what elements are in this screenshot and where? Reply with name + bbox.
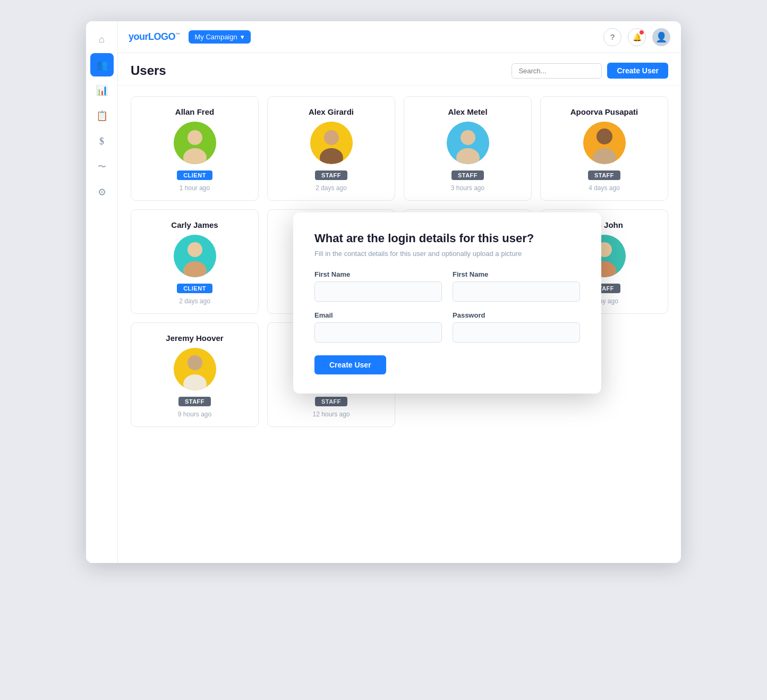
- role-badge: STAFF: [588, 170, 620, 180]
- sidebar-item-home[interactable]: ⌂: [90, 28, 114, 51]
- sidebar-item-users[interactable]: 👥: [90, 53, 114, 76]
- chevron-down-icon: ▾: [241, 33, 244, 41]
- dollar-icon: $: [99, 136, 104, 147]
- page-header: Users Create User: [118, 53, 681, 86]
- search-input[interactable]: [512, 63, 602, 79]
- sidebar-item-settings[interactable]: ⚙: [90, 181, 114, 204]
- user-card-alex-g[interactable]: Alex Girardi STAFF 2 days ago: [267, 96, 395, 201]
- role-badge: CLIENT: [177, 170, 212, 180]
- time-ago: 2 days ago: [179, 297, 210, 305]
- home-icon: ⌂: [99, 34, 105, 45]
- user-avatar: [174, 348, 216, 390]
- sidebar: ⌂ 👥 📊 📋 $ 〜 ⚙: [86, 21, 118, 563]
- time-ago: 4 days ago: [589, 184, 620, 192]
- logo: yourLOGO™: [129, 31, 180, 42]
- svg-point-10: [596, 129, 612, 144]
- role-badge: STAFF: [178, 397, 211, 406]
- email-input[interactable]: [314, 322, 442, 343]
- user-name: Apoorva Pusapati: [570, 107, 638, 116]
- sidebar-item-activity[interactable]: 〜: [90, 155, 114, 178]
- activity-icon: 〜: [98, 161, 106, 173]
- password-label: Password: [453, 311, 580, 319]
- time-ago: 9 hours ago: [178, 411, 211, 418]
- user-card-alex-m[interactable]: Alex Metel STAFF 3 hours ago: [404, 96, 532, 201]
- document-icon: 📋: [96, 110, 108, 122]
- campaign-button[interactable]: My Campaign ▾: [189, 30, 251, 44]
- time-ago: 3 hours ago: [451, 184, 484, 192]
- chart-icon: 📊: [96, 84, 108, 96]
- user-avatar: [310, 122, 353, 164]
- user-name: Allan Fred: [175, 107, 214, 116]
- modal-create-button[interactable]: Create User: [314, 355, 386, 374]
- role-badge: STAFF: [315, 397, 347, 406]
- form-group-password: Password: [453, 311, 580, 343]
- gear-icon: ⚙: [98, 186, 106, 198]
- user-card-apoorva[interactable]: Apoorva Pusapati STAFF 4 days ago: [540, 96, 668, 201]
- form-row-names: First Name First Name: [314, 270, 580, 302]
- form-row-credentials: Email Password: [314, 311, 580, 343]
- modal-title: What are the login details for this user…: [314, 232, 580, 245]
- notifications-button[interactable]: 🔔: [628, 28, 646, 46]
- user-card-allan[interactable]: Allan Fred CLIENT 1 hour ago: [131, 96, 259, 201]
- user-card-jeremy[interactable]: Jeremy Hoover STAFF 9 hours ago: [131, 322, 259, 427]
- user-name: Alex Girardi: [309, 107, 354, 116]
- user-avatar: [174, 235, 216, 277]
- sidebar-item-billing[interactable]: $: [90, 130, 114, 153]
- page-header-actions: Create User: [512, 63, 668, 79]
- user-avatar: [447, 122, 489, 164]
- time-ago: 12 hours ago: [312, 411, 350, 418]
- firstname-input[interactable]: [314, 281, 442, 302]
- user-name: Carly James: [171, 220, 218, 229]
- email-label: Email: [314, 311, 442, 319]
- user-name: Jeremy Hoover: [166, 334, 223, 343]
- page-title: Users: [131, 63, 166, 78]
- svg-point-1: [188, 130, 202, 145]
- form-group-firstname: First Name: [314, 270, 442, 302]
- help-button[interactable]: ?: [603, 28, 621, 46]
- role-badge: STAFF: [315, 170, 347, 180]
- svg-point-25: [188, 355, 202, 370]
- time-ago: 2 days ago: [316, 184, 347, 192]
- question-icon: ?: [610, 32, 615, 41]
- campaign-label: My Campaign: [195, 33, 237, 41]
- svg-point-4: [324, 130, 339, 145]
- logo-brand: LOGO: [148, 31, 175, 42]
- user-avatar-button[interactable]: 👤: [652, 28, 670, 46]
- password-input[interactable]: [453, 322, 580, 343]
- form-group-email: Email: [314, 311, 442, 343]
- sidebar-item-reports[interactable]: 📊: [90, 79, 114, 102]
- create-user-modal: What are the login details for this user…: [293, 212, 601, 394]
- users-icon: 👥: [96, 59, 108, 71]
- user-name: Alex Metel: [448, 107, 487, 116]
- firstname-label: First Name: [314, 270, 442, 278]
- user-card-carly[interactable]: Carly James CLIENT 2 days ago: [131, 209, 259, 314]
- app-shell: ⌂ 👥 📊 📋 $ 〜 ⚙ yourLOGO™ My Campaign: [86, 21, 681, 563]
- user-avatar: [174, 122, 216, 164]
- topbar-right: ? 🔔 👤: [603, 28, 670, 46]
- bell-icon: 🔔: [633, 33, 642, 41]
- topbar: yourLOGO™ My Campaign ▾ ? 🔔 👤: [118, 21, 681, 53]
- logo-your: your: [129, 31, 148, 42]
- form-group-lastname: First Name: [453, 270, 580, 302]
- sidebar-item-documents[interactable]: 📋: [90, 104, 114, 127]
- create-user-button[interactable]: Create User: [607, 63, 668, 79]
- svg-point-13: [188, 242, 202, 257]
- time-ago: 1 hour ago: [180, 184, 210, 192]
- modal-subtitle: Fill in the contact details for this use…: [314, 250, 580, 258]
- lastname-label: First Name: [453, 270, 580, 278]
- role-badge: CLIENT: [177, 284, 212, 293]
- user-avatar: [583, 122, 626, 164]
- logo-tm: ™: [175, 32, 180, 37]
- avatar-icon: 👤: [655, 31, 667, 43]
- lastname-input[interactable]: [453, 281, 580, 302]
- role-badge: STAFF: [451, 170, 484, 180]
- svg-point-7: [461, 130, 475, 145]
